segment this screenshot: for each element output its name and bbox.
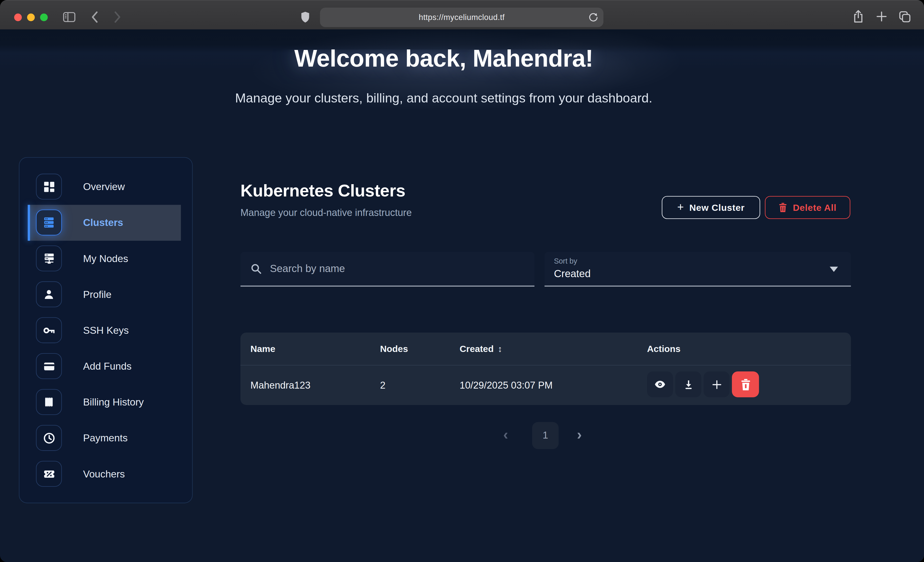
column-header-nodes: Nodes bbox=[380, 332, 408, 365]
sidebar-item-label: Payments bbox=[83, 420, 128, 456]
new-cluster-label: New Cluster bbox=[689, 202, 745, 212]
clusters-table: Name Nodes Created ↕ Actions Mahendra123… bbox=[240, 332, 851, 405]
minimize-window-button[interactable] bbox=[27, 13, 35, 21]
sidebar-item-add-funds[interactable]: Add Funds bbox=[20, 348, 192, 384]
server-stack-icon bbox=[36, 209, 62, 235]
sidebar-item-label: Profile bbox=[83, 277, 111, 312]
sidebar-item-label: My Nodes bbox=[83, 241, 128, 277]
screen: https://myceliumcloud.tf bbox=[0, 0, 924, 562]
delete-all-button[interactable]: Delete All bbox=[765, 196, 850, 219]
pagination-current-page[interactable]: 1 bbox=[532, 422, 558, 449]
download-icon bbox=[682, 378, 694, 390]
sidebar-item-profile[interactable]: Profile bbox=[20, 277, 192, 312]
pagination-next-button[interactable]: › bbox=[577, 426, 582, 443]
plus-icon bbox=[710, 378, 723, 390]
browser-window: https://myceliumcloud.tf bbox=[0, 0, 924, 562]
view-cluster-button[interactable] bbox=[647, 371, 673, 397]
chevron-down-icon bbox=[830, 267, 838, 272]
sidebar-item-label: Vouchers bbox=[83, 456, 125, 492]
welcome-heading: Welcome back, Mahendra! bbox=[0, 49, 888, 72]
tab-overview-icon[interactable] bbox=[898, 10, 912, 24]
dashboard-page: Welcome back, Mahendra! Manage your clus… bbox=[0, 30, 924, 562]
close-window-button[interactable] bbox=[14, 13, 22, 21]
page-subtitle: Manage your cloud-native infrastructure bbox=[240, 207, 412, 218]
sidebar-item-ssh-keys[interactable]: SSH Keys bbox=[20, 312, 192, 348]
hero-heading-wrap: Welcome back, Mahendra! bbox=[0, 49, 888, 84]
sidebar-item-label: Add Funds bbox=[83, 348, 132, 384]
sidebar-item-vouchers[interactable]: Vouchers bbox=[20, 456, 192, 492]
sidebar-nav: Overview bbox=[20, 158, 192, 503]
add-node-button[interactable] bbox=[704, 371, 730, 397]
sort-value: Created bbox=[554, 268, 591, 280]
person-icon bbox=[36, 281, 62, 307]
sidebar-item-label: Billing History bbox=[83, 384, 144, 420]
delete-cluster-button[interactable] bbox=[732, 371, 759, 397]
delete-all-label: Delete All bbox=[793, 202, 837, 212]
download-kubeconfig-button[interactable] bbox=[675, 371, 701, 397]
column-header-created[interactable]: Created ↕ bbox=[460, 332, 502, 365]
sidebar-item-billing-history[interactable]: Billing History bbox=[20, 384, 192, 420]
sidebar: Overview bbox=[19, 157, 193, 503]
address-bar[interactable]: https://myceliumcloud.tf bbox=[320, 8, 603, 27]
search-field[interactable] bbox=[240, 252, 535, 287]
ticket-percent-icon bbox=[36, 461, 62, 487]
column-header-name: Name bbox=[250, 332, 275, 365]
sidebar-item-payments[interactable]: Payments bbox=[20, 420, 192, 456]
sidebar-item-clusters[interactable]: Clusters bbox=[20, 205, 192, 241]
clock-icon bbox=[36, 425, 62, 451]
sort-select[interactable]: Sort by Created bbox=[544, 252, 851, 287]
new-tab-icon[interactable] bbox=[876, 10, 888, 22]
server-network-icon bbox=[36, 245, 62, 271]
cell-cluster-nodes: 2 bbox=[380, 365, 386, 405]
column-header-actions: Actions bbox=[647, 332, 681, 365]
cell-cluster-name: Mahendra123 bbox=[250, 365, 310, 405]
sidebar-item-label: SSH Keys bbox=[83, 312, 129, 348]
sort-label: Sort by bbox=[554, 257, 577, 265]
share-icon[interactable] bbox=[852, 9, 864, 24]
created-header-label: Created bbox=[460, 344, 494, 354]
active-item-bar bbox=[28, 205, 30, 241]
plus-icon: + bbox=[677, 200, 684, 214]
sort-updown-icon: ↕ bbox=[498, 344, 502, 354]
dashboard-grid-icon bbox=[36, 174, 62, 200]
search-input[interactable] bbox=[269, 262, 507, 276]
browser-toolbar: https://myceliumcloud.tf bbox=[0, 0, 924, 30]
forward-button[interactable] bbox=[112, 10, 123, 24]
sidebar-item-label: Clusters bbox=[83, 205, 123, 241]
sidebar-item-my-nodes[interactable]: My Nodes bbox=[20, 241, 192, 277]
trash-icon bbox=[740, 378, 751, 390]
trash-icon bbox=[779, 202, 788, 212]
pagination-prev-button[interactable]: ‹ bbox=[503, 426, 508, 443]
eye-icon bbox=[654, 378, 666, 391]
key-icon bbox=[36, 317, 62, 343]
credit-card-icon bbox=[36, 353, 62, 379]
page-title: Kubernetes Clusters bbox=[240, 181, 405, 201]
sidebar-item-label: Overview bbox=[83, 169, 125, 205]
back-button[interactable] bbox=[90, 10, 100, 24]
reload-icon[interactable] bbox=[588, 12, 598, 25]
search-icon bbox=[250, 263, 262, 275]
welcome-subtitle: Manage your clusters, billing, and accou… bbox=[0, 91, 888, 106]
new-cluster-button[interactable]: + New Cluster bbox=[662, 196, 760, 219]
privacy-shield-icon[interactable] bbox=[301, 11, 310, 23]
sidebar-toggle-icon[interactable] bbox=[63, 11, 76, 23]
url-text: https://myceliumcloud.tf bbox=[419, 13, 505, 22]
cell-cluster-created: 10/29/2025 03:07 PM bbox=[460, 365, 553, 405]
zoom-window-button[interactable] bbox=[40, 13, 48, 21]
receipt-icon bbox=[36, 389, 62, 415]
sidebar-item-overview[interactable]: Overview bbox=[20, 169, 192, 205]
